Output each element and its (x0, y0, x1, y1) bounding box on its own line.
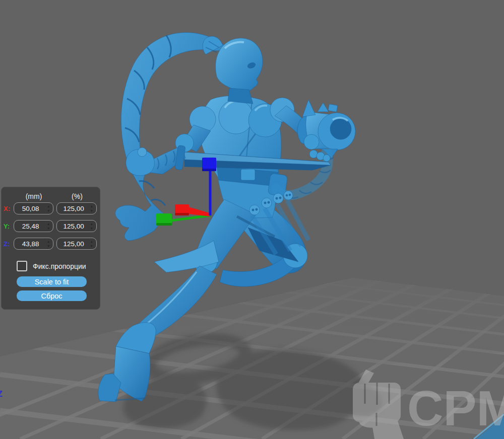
spinner-up-icon[interactable]: ▲ (90, 222, 93, 226)
x-axis-label: X: (4, 205, 14, 212)
z-mm-spinbox[interactable]: ▲ ▼ (14, 238, 54, 250)
spinner-down-icon[interactable]: ▼ (90, 227, 93, 230)
spinner-up-icon[interactable]: ▲ (90, 204, 93, 208)
scale-panel-headers: (mm) (%) (14, 192, 100, 200)
watermark-text: CPM (407, 380, 504, 436)
y-mm-spinbox[interactable]: ▲ ▼ (14, 220, 54, 232)
scale-row-y: Y: ▲ ▼ ▲ ▼ (4, 220, 100, 232)
x-mm-spinbox[interactable]: ▲ ▼ (14, 202, 54, 214)
scale-panel: (mm) (%) X: ▲ ▼ ▲ ▼ Y: (1, 187, 100, 310)
spinner-up-icon[interactable]: ▲ (47, 204, 50, 208)
scale-row-x: X: ▲ ▼ ▲ ▼ (4, 202, 100, 214)
spinner-up-icon[interactable]: ▲ (90, 240, 93, 243)
z-axis-label: Z: (4, 240, 14, 248)
spinner-down-icon[interactable]: ▼ (47, 244, 50, 248)
spinner-down-icon[interactable]: ▼ (90, 244, 93, 248)
z-percent-spinbox[interactable]: ▲ ▼ (56, 238, 97, 250)
spinner-down-icon[interactable]: ▼ (90, 209, 93, 212)
floor-z-axis-label: Z (0, 390, 3, 398)
slicer-window: CPM (0, 0, 504, 439)
scale-to-fit-button[interactable]: Scale to fit (17, 276, 87, 287)
fix-proportions-checkbox[interactable] (17, 261, 27, 271)
spinner-down-icon[interactable]: ▼ (47, 209, 50, 212)
y-percent-spinbox[interactable]: ▲ ▼ (56, 220, 97, 232)
x-percent-spinbox[interactable]: ▲ ▼ (56, 202, 97, 214)
column-header-percent: (%) (57, 192, 97, 200)
spinner-up-icon[interactable]: ▲ (47, 222, 50, 226)
scale-row-z: Z: ▲ ▼ ▲ ▼ (4, 238, 100, 250)
spinner-up-icon[interactable]: ▲ (47, 240, 50, 243)
column-header-mm: (mm) (14, 192, 54, 200)
spinner-down-icon[interactable]: ▼ (47, 227, 50, 230)
fix-proportions-row: Фикс.пропорции (17, 261, 100, 271)
reset-button[interactable]: Сброс (17, 290, 87, 301)
fix-proportions-label: Фикс.пропорции (33, 262, 86, 270)
y-axis-label: Y: (4, 223, 14, 230)
